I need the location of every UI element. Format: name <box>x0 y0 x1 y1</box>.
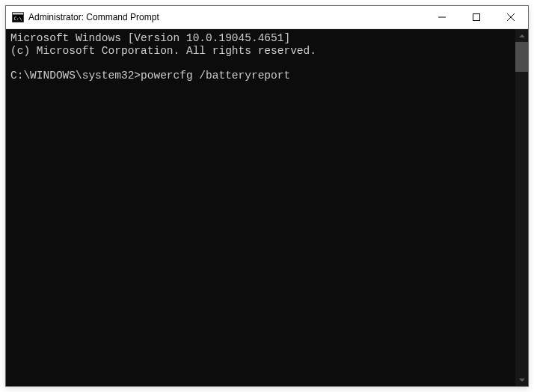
window-title: Administrator: Command Prompt <box>28 12 425 22</box>
scrollbar-thumb[interactable] <box>515 42 528 72</box>
maximize-button[interactable] <box>459 6 494 28</box>
copyright-line: (c) Microsoft Corporation. All rights re… <box>10 45 316 57</box>
terminal-content: Microsoft Windows [Version 10.0.19045.46… <box>6 29 528 85</box>
svg-marker-8 <box>519 379 525 382</box>
scroll-up-button[interactable] <box>515 29 528 42</box>
cmd-icon: C:\ <box>12 11 24 23</box>
terminal-area[interactable]: Microsoft Windows [Version 10.0.19045.46… <box>6 29 528 386</box>
version-line: Microsoft Windows [Version 10.0.19045.46… <box>10 32 290 44</box>
scroll-down-button[interactable] <box>515 373 528 386</box>
svg-rect-4 <box>473 14 480 21</box>
command-input[interactable]: powercfg /batteryreport <box>141 70 290 82</box>
svg-text:C:\: C:\ <box>14 16 22 21</box>
svg-marker-7 <box>519 34 525 37</box>
svg-rect-1 <box>13 13 23 15</box>
window-controls <box>425 6 528 28</box>
close-button[interactable] <box>494 6 528 28</box>
minimize-button[interactable] <box>425 6 459 28</box>
prompt-path: C:\WINDOWS\system32> <box>10 70 141 82</box>
scrollbar[interactable] <box>515 29 528 386</box>
scrollbar-track[interactable] <box>515 42 528 373</box>
titlebar[interactable]: C:\ Administrator: Command Prompt <box>6 6 528 29</box>
command-prompt-window: C:\ Administrator: Command Prompt Micros… <box>5 5 529 387</box>
